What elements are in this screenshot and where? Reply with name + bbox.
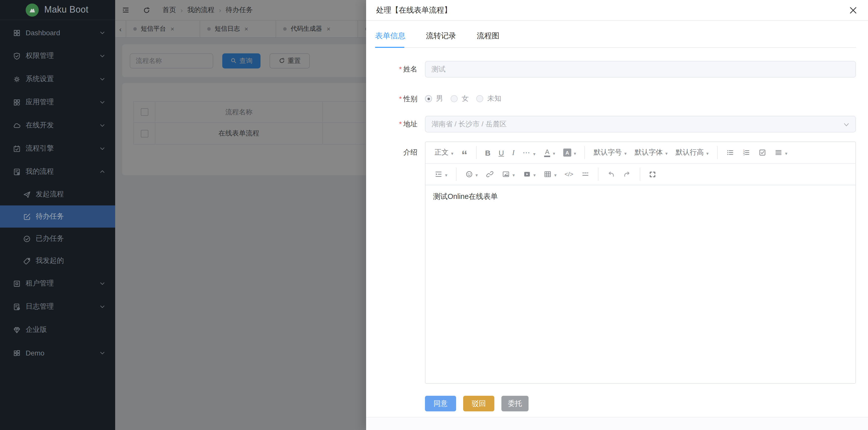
sidebar-item-tenant-management[interactable]: 租户管理 xyxy=(0,272,115,295)
tenant-box-icon xyxy=(12,279,21,288)
sidebar-item-my-process[interactable]: 我的流程 xyxy=(0,160,115,183)
calendar-check-icon xyxy=(12,144,21,153)
caret-icon xyxy=(663,148,668,156)
chevron-down-icon xyxy=(100,77,105,82)
caret-icon xyxy=(531,170,535,179)
italic-icon[interactable]: I xyxy=(509,145,517,160)
tab-form-info[interactable]: 表单信息 xyxy=(375,31,405,41)
image-dropdown[interactable] xyxy=(499,167,517,181)
link-icon[interactable] xyxy=(483,167,496,181)
emoji-dropdown[interactable] xyxy=(462,167,480,181)
tag-icon xyxy=(23,257,31,265)
gear-icon xyxy=(12,75,21,83)
required-asterisk: * xyxy=(399,120,402,128)
sidebar-item-process-engine[interactable]: 流程引擎 xyxy=(0,137,115,160)
horizontal-rule-icon[interactable] xyxy=(579,167,592,181)
demo-grid-icon xyxy=(12,349,21,357)
edit-square-icon xyxy=(23,212,31,221)
caret-icon xyxy=(571,148,576,157)
app-title: Maku Boot xyxy=(44,4,89,15)
drawer-title: 处理【在线表单流程】 xyxy=(376,5,452,15)
gender-label: 性别 xyxy=(403,95,417,103)
shield-check-icon xyxy=(12,52,21,60)
caret-icon xyxy=(448,148,453,156)
video-dropdown[interactable] xyxy=(520,167,538,181)
radio-male[interactable]: 男 xyxy=(425,94,443,103)
sidebar-item-todo-tasks[interactable]: 待办任务 xyxy=(0,205,115,228)
line-height-dropdown[interactable]: 默认行高 xyxy=(673,145,711,160)
sidebar-item-app-management[interactable]: 应用管理 xyxy=(0,91,115,114)
tab-flow-diagram[interactable]: 流程图 xyxy=(477,31,499,41)
radio-female[interactable]: 女 xyxy=(451,94,469,103)
todo-list-icon[interactable] xyxy=(756,145,769,160)
undo-icon[interactable] xyxy=(604,167,618,181)
sidebar-item-done-tasks[interactable]: 已办任务 xyxy=(0,228,115,250)
bullet-list-icon[interactable] xyxy=(724,145,737,160)
table-dropdown[interactable] xyxy=(541,167,559,181)
indent-dropdown[interactable] xyxy=(432,167,450,181)
app-logo[interactable]: Maku Boot xyxy=(0,0,115,20)
caret-icon xyxy=(531,148,536,157)
caret-icon xyxy=(704,148,709,156)
reject-button[interactable]: 驳回 xyxy=(463,396,494,411)
name-field-row: *姓名 测试 xyxy=(375,61,856,78)
app-grid-icon xyxy=(12,98,21,107)
drawer-tabs: 表单信息 流转记录 流程图 xyxy=(375,21,856,41)
drawer-footer-strip xyxy=(366,417,868,430)
bold-icon[interactable]: B xyxy=(483,145,493,160)
caret-icon xyxy=(622,148,627,156)
toolbar-divider xyxy=(640,168,640,181)
caret-icon xyxy=(782,148,787,157)
underline-icon[interactable]: U xyxy=(496,145,507,160)
sidebar-item-log-management[interactable]: 日志管理 xyxy=(0,295,115,318)
ordered-list-icon[interactable]: 123 xyxy=(740,145,753,160)
more-styles-dropdown[interactable]: ⋯ xyxy=(520,145,538,160)
radio-checked-icon xyxy=(425,95,432,102)
editor-content[interactable]: 测试Online在线表单 xyxy=(426,185,856,383)
caret-icon xyxy=(473,170,478,179)
drawer-header: 处理【在线表单流程】 xyxy=(366,0,868,21)
caret-icon xyxy=(442,170,447,179)
address-field-row: *地址 湖南省 / 长沙市 / 岳麓区 xyxy=(375,116,856,133)
chevron-down-icon xyxy=(100,304,105,309)
font-color-dropdown[interactable]: A xyxy=(541,145,558,160)
name-field: 测试 xyxy=(425,61,856,78)
sidebar-item-system-settings[interactable]: 系统设置 xyxy=(0,67,115,91)
code-block-icon[interactable]: </> xyxy=(562,167,576,181)
font-size-dropdown[interactable]: 默认字号 xyxy=(591,145,629,160)
blockquote-icon[interactable]: “ xyxy=(459,145,470,160)
editor-toolbar-row-2: </> xyxy=(426,164,856,185)
process-doc-icon xyxy=(12,167,21,176)
process-handle-drawer: 处理【在线表单流程】 表单信息 流转记录 流程图 *姓名 测试 xyxy=(366,0,868,430)
required-asterisk: * xyxy=(399,65,402,73)
fullscreen-icon[interactable] xyxy=(646,167,659,181)
chevron-up-icon xyxy=(100,169,105,174)
font-family-dropdown[interactable]: 默认字体 xyxy=(632,145,670,160)
intro-label: 介绍 xyxy=(403,148,417,156)
sidebar-item-demo[interactable]: Demo xyxy=(0,341,115,365)
approve-button[interactable]: 同意 xyxy=(425,396,456,411)
sidebar-item-start-process[interactable]: 发起流程 xyxy=(0,183,115,205)
radio-unknown[interactable]: 未知 xyxy=(476,94,501,103)
paragraph-style-dropdown[interactable]: 正文 xyxy=(432,145,456,160)
tab-flow-records[interactable]: 流转记录 xyxy=(426,31,456,41)
caret-icon xyxy=(551,148,555,157)
align-dropdown[interactable] xyxy=(772,145,790,160)
chevron-down-icon xyxy=(100,30,105,35)
bg-color-dropdown[interactable]: A xyxy=(561,145,579,160)
sidebar: Maku Boot Dashboard 权限管理 系统设置 应用管理 xyxy=(0,0,115,430)
drawer-body: 表单信息 流转记录 流程图 *姓名 测试 *性别 男 xyxy=(366,21,868,430)
delegate-button[interactable]: 委托 xyxy=(501,396,529,411)
sidebar-item-enterprise[interactable]: 企业版 xyxy=(0,318,115,341)
app-root: Maku Boot Dashboard 权限管理 系统设置 应用管理 xyxy=(0,0,868,430)
close-icon[interactable] xyxy=(849,6,857,14)
sidebar-item-dashboard[interactable]: Dashboard xyxy=(0,21,115,44)
sidebar-item-online-dev[interactable]: 在线开发 xyxy=(0,114,115,137)
log-doc-icon xyxy=(12,303,21,311)
drawer-actions: 同意 驳回 委托 xyxy=(425,396,856,411)
sidebar-item-initiated-by-me[interactable]: 我发起的 xyxy=(0,250,115,272)
logo-icon xyxy=(26,3,39,17)
redo-icon[interactable] xyxy=(621,167,634,181)
sidebar-item-permission[interactable]: 权限管理 xyxy=(0,44,115,67)
name-label: 姓名 xyxy=(403,65,417,73)
